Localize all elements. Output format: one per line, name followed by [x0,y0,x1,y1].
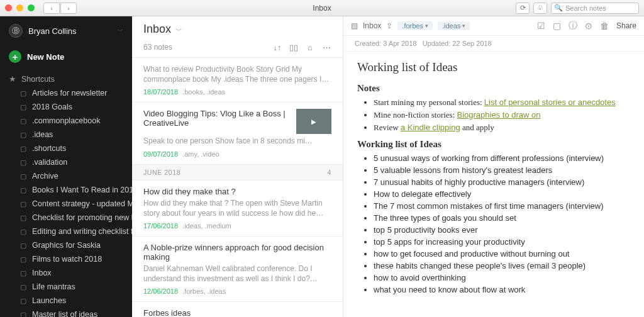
list-item: how to get focused and productive withou… [374,249,630,259]
note-item-tags: .ideas, .medium [180,222,231,230]
note-icon: ▢ [19,311,27,318]
window-controls [5,4,35,11]
note-list-item[interactable]: Video Blogging Tips: Vlog Like a Boss | … [132,103,343,164]
sidebar-item[interactable]: ▢.validation [0,155,132,169]
list-item: 7 unusual habits of highly productive ma… [374,177,630,187]
note-list-panel: Inbox ﹀ 63 notes ↓↑ ▯▯ ⌂ ⋯ What to revie… [132,16,343,317]
sidebar-item-label: Films to watch 2018 [32,255,102,264]
note-icon: ▢ [19,117,27,125]
sidebar-item[interactable]: ▢.shortcuts [0,142,132,155]
note-item-snippet: Speak to one person Show face in 8 secon… [143,136,331,146]
tag-chip[interactable]: .forbes ▾ [397,21,433,30]
reminder-icon[interactable]: ☑ [537,21,545,31]
sidebar-item-label: Checklist for promoting new blo… [32,213,132,222]
note-icon: ▢ [19,283,27,291]
note-icon: ▢ [19,145,27,153]
note-list-item[interactable]: Forbes ideasLinear progression vs norm f… [132,302,343,317]
sync-button[interactable]: ⟳ [516,3,530,14]
note-icon: ▢ [19,228,27,236]
sidebar-item[interactable]: ▢Editing and writing checklist for… [0,225,132,238]
note-link[interactable]: a Kindle clipping [401,123,460,132]
note-icon: ▢ [19,200,27,208]
note-detail-panel: ▤ Inbox ⇪ .forbes ▾ .ideas ▾ ☑ ▢ ⓘ ⊙ 🗑 S… [343,16,644,317]
sidebar-item[interactable]: ▢Archive [0,169,132,183]
sidebar-item-label: Life mantras [32,282,75,291]
view-toggle-button[interactable]: ▯▯ [289,42,299,52]
sidebar-item[interactable]: ▢Articles for newsletter [0,86,132,100]
sidebar-item-label: .ideas [32,130,53,139]
note-item-tags: .books, .ideas [180,88,225,96]
notebook-icon: ▤ [351,21,358,30]
list-item: The three types of goals you should set [374,213,630,223]
sidebar-item[interactable]: ▢2018 Goals [0,100,132,114]
search-input[interactable]: 🔍Search notes [551,3,639,14]
nav-arrows: ‹ › [43,3,77,14]
list-item: top 5 productivity books ever [374,225,630,235]
sidebar: Ⓑ Bryan Collins ﹀ + New Note ★ Shortcuts… [0,16,132,317]
share-notebook-icon[interactable]: ⇪ [386,21,392,30]
sidebar-item[interactable]: ▢Launches [0,294,132,308]
note-link[interactable]: Biographies to draw on [457,110,541,120]
note-dates: Created: 3 Apr 2018 Updated: 22 Sep 2018 [343,36,644,52]
chevron-down-icon: ﹀ [175,26,182,34]
window-title: Inbox [313,4,331,13]
shortcuts-header[interactable]: ★ Shortcuts [0,68,132,86]
new-note-button[interactable]: + New Note [0,45,132,68]
sidebar-item[interactable]: ▢Life mantras [0,280,132,294]
note-count: 63 notes [143,43,266,52]
shortcuts-label: Shortcuts [21,75,55,84]
notes-list: What to review Productivity Book Story G… [132,58,343,317]
note-body[interactable]: Working list of Ideas Notes Start mining… [343,52,644,306]
sidebar-item-label: Articles for newsletter [32,89,107,97]
sidebar-item[interactable]: ▢Graphics for Saskia [0,238,132,252]
notifications-button[interactable]: ♧ [533,3,547,14]
sidebar-item[interactable]: ▢Master list of ideas [0,308,132,317]
sidebar-item-label: .shortcuts [32,144,66,153]
minimize-window-button[interactable] [16,4,23,11]
note-item-tags: .amy, .video [180,150,219,158]
note-title-heading: Working list of Ideas [357,60,630,74]
sidebar-item[interactable]: ▢Checklist for promoting new blo… [0,211,132,225]
note-icon: ▢ [19,297,27,305]
note-item-snippet: How did they make that ? The open with S… [143,198,331,218]
sidebar-item[interactable]: ▢Books I Want To Read in 2018 [0,183,132,197]
sidebar-item-label: Graphics for Saskia [32,241,101,250]
notebook-title[interactable]: Inbox ﹀ [143,23,182,35]
sidebar-item[interactable]: ▢Content strategy - updated Marc… [0,197,132,211]
note-item-title: Video Blogging Tips: Vlog Like a Boss | … [143,109,291,134]
breadcrumb[interactable]: Inbox [363,21,381,30]
sidebar-item[interactable]: ▢Inbox [0,266,132,280]
list-item: 5 unusual ways of working from different… [374,153,630,163]
present-icon[interactable]: ▢ [553,21,561,31]
sort-button[interactable]: ↓↑ [272,42,282,52]
list-item: Start mining my personal stories: List o… [374,97,630,108]
info-icon[interactable]: ⓘ [569,20,577,31]
nav-back-button[interactable]: ‹ [43,3,60,14]
star-icon: ★ [9,74,16,84]
filter-button[interactable]: ⌂ [305,42,315,52]
note-link[interactable]: List of personal stories or anecdotes [484,97,616,107]
note-list-item[interactable]: What to review Productivity Book Story G… [132,58,343,103]
note-list-item[interactable]: How did they make that ?How did they mak… [132,181,343,236]
tag-chip[interactable]: .ideas ▾ [438,21,470,30]
close-window-button[interactable] [5,4,12,11]
nav-forward-button[interactable]: › [60,3,77,14]
sidebar-item[interactable]: ▢.commonplacebook [0,114,132,128]
sidebar-item[interactable]: ▢Films to watch 2018 [0,252,132,266]
more-options-button[interactable]: ⋯ [321,42,331,52]
share-button[interactable]: Share [616,21,636,30]
list-item: top 5 apps for increasing your productiv… [374,237,630,247]
new-note-label: New Note [27,52,64,62]
user-name: Bryan Collins [28,26,112,36]
maximize-window-button[interactable] [28,4,35,11]
history-icon[interactable]: ⊙ [585,21,592,31]
note-icon: ▢ [19,242,27,250]
account-row[interactable]: Ⓑ Bryan Collins ﹀ [0,16,132,45]
list-item: 5 valuable lessons from history's greate… [374,165,630,175]
note-thumbnail: ▶ [296,109,331,134]
sidebar-item[interactable]: ▢.ideas [0,128,132,142]
note-list-item[interactable]: A Noble-prize winners approach for good … [132,236,343,302]
sidebar-item-label: .commonplacebook [32,116,100,125]
search-placeholder: Search notes [565,4,606,12]
trash-icon[interactable]: 🗑 [600,21,609,31]
